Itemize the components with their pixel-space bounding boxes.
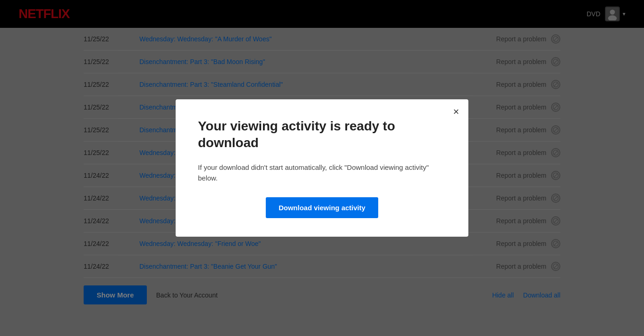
download-modal: × Your viewing activity is ready to down…	[176, 99, 468, 237]
download-viewing-activity-button[interactable]: Download viewing activity	[266, 197, 379, 218]
modal-title: Your viewing activity is ready to downlo…	[198, 118, 446, 152]
modal-close-button[interactable]: ×	[453, 107, 459, 117]
modal-overlay: × Your viewing activity is ready to down…	[0, 0, 644, 336]
modal-description: If your download didn't start automatica…	[198, 162, 446, 183]
